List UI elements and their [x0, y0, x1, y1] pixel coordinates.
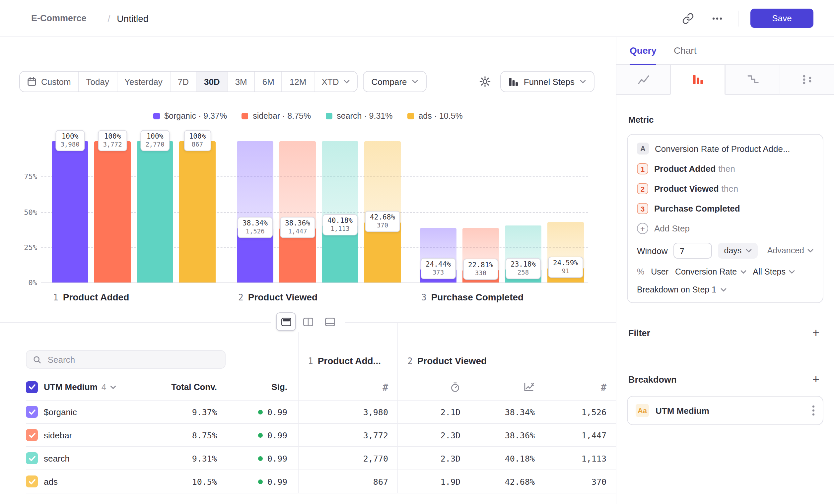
date-range-7d[interactable]: 7D — [170, 72, 196, 92]
layout-split-horizontal-button[interactable] — [276, 312, 296, 331]
chart-toolbar: CustomTodayYesterday7D30D3M6M12MXTD Comp… — [19, 71, 594, 92]
date-range-today[interactable]: Today — [78, 72, 116, 92]
search-icon — [33, 355, 41, 364]
add-step-row[interactable]: + Add Step — [637, 223, 813, 234]
row-step1-count: 3,772 — [298, 424, 397, 447]
tab-query[interactable]: Query — [630, 37, 657, 65]
legend-item-sidebar[interactable]: sidebar · 8.75% — [242, 111, 311, 121]
tab-funnels[interactable] — [670, 65, 725, 95]
share-link-icon[interactable] — [679, 9, 697, 27]
funnel-bar-organic-step1[interactable] — [52, 141, 88, 282]
date-range-30d[interactable]: 30D — [196, 72, 227, 92]
group-column-header[interactable]: UTM Medium 4 — [44, 374, 144, 400]
step2-count-column-icon-cell[interactable]: # — [535, 374, 616, 400]
step2-time-column-icon-cell[interactable] — [397, 374, 460, 400]
step2-title: Product Viewed — [417, 356, 487, 366]
chart-type-button[interactable]: Funnel Steps — [501, 71, 594, 92]
metric-section-label: Metric — [628, 115, 822, 125]
funnel-bar-search-step1[interactable] — [137, 141, 173, 282]
row-step1-count: 867 — [298, 470, 397, 494]
row-checkbox[interactable] — [26, 429, 38, 441]
conv-rate-icon — [524, 382, 535, 392]
kebab-menu-icon[interactable] — [812, 405, 815, 416]
more-options-icon[interactable] — [709, 9, 726, 27]
metric-step-1[interactable]: 1 Product Addedthen — [637, 163, 813, 175]
breakdown-label: Breakdown — [628, 374, 677, 384]
bar-value-label: 38.34%1,526 — [237, 217, 273, 238]
breakdown-on-step-dropdown[interactable]: Breakdown on Step 1 — [637, 285, 813, 294]
layout-split-vertical-button[interactable] — [298, 312, 318, 331]
insights-line-icon — [637, 74, 649, 85]
layout-bottom-panel-button[interactable] — [320, 312, 340, 331]
row-checkbox[interactable] — [26, 476, 38, 487]
date-range-6m[interactable]: 6M — [255, 72, 282, 92]
date-range-12m[interactable]: 12M — [282, 72, 314, 92]
row-step2-avg-time: 2.3D — [397, 424, 460, 447]
row-name-ads[interactable]: ads — [44, 470, 144, 494]
select-all-checkbox[interactable] — [26, 381, 38, 393]
legend-item-search[interactable]: search · 9.31% — [325, 111, 392, 121]
tab-retention[interactable] — [725, 65, 780, 95]
metric-title-row[interactable]: A Conversion Rate of Product Adde... — [637, 143, 813, 155]
date-range-yesterday[interactable]: Yesterday — [116, 72, 170, 92]
sidebar-tabs: Query Chart — [616, 37, 834, 65]
total-conv-header[interactable]: Total Conv. — [144, 374, 217, 400]
step2-rate-column-icon-cell[interactable] — [460, 374, 535, 400]
window-value-input[interactable] — [674, 243, 712, 259]
row-step2-conv-pct: 38.36% — [460, 424, 535, 447]
flows-dots-icon — [802, 74, 812, 85]
tab-insights[interactable] — [616, 65, 670, 95]
breakdown-section-header: Breakdown + — [616, 373, 834, 385]
row-name-sidebar[interactable]: sidebar — [44, 424, 144, 447]
breakdown-property-card[interactable]: Aa UTM Medium — [627, 396, 824, 425]
funnels-bars-icon — [692, 74, 703, 85]
significance-dot — [258, 410, 263, 414]
chart-legend: $organic · 9.37%sidebar · 8.75%search · … — [0, 111, 616, 121]
breadcrumb-separator: / — [108, 13, 110, 24]
date-range-xtd[interactable]: XTD — [314, 72, 357, 92]
step-number-badge: 1 — [637, 163, 648, 175]
funnel-bar-ads-step1[interactable] — [179, 141, 216, 282]
row-total-conv: 8.75% — [144, 424, 217, 447]
breadcrumb-project[interactable]: E-Commerce — [19, 13, 101, 23]
measure-type-dropdown[interactable]: Conversion Rate — [675, 267, 746, 277]
breadcrumb-report-title[interactable]: Untitled — [117, 13, 148, 24]
row-checkbox[interactable] — [26, 406, 38, 418]
metric-step-2[interactable]: 2 Product Viewedthen — [637, 183, 813, 194]
funnel-bar-sidebar-step1[interactable] — [94, 141, 131, 282]
bar-value-label: 24.59%91 — [548, 256, 584, 277]
advanced-dropdown[interactable]: Advanced — [767, 246, 813, 255]
group-count: 4 — [102, 382, 106, 392]
significance-dot — [258, 456, 263, 461]
measure-scope-dropdown[interactable]: All Steps — [753, 267, 795, 277]
legend-item-ads[interactable]: ads · 10.5% — [407, 111, 462, 121]
funnel-bars-icon — [509, 77, 519, 86]
add-breakdown-button[interactable]: + — [812, 373, 819, 385]
step2-number: 2 — [408, 356, 413, 366]
bar-value-label: 42.68%370 — [365, 211, 400, 232]
search-box[interactable] — [26, 350, 225, 369]
y-axis-tick: 25% — [0, 244, 37, 252]
row-step2-count: 1,447 — [535, 424, 616, 447]
tab-chart[interactable]: Chart — [674, 37, 696, 65]
step1-count-column-icon-cell[interactable]: # — [298, 374, 397, 400]
save-button[interactable]: Save — [750, 8, 813, 28]
settings-gear-icon[interactable] — [477, 73, 494, 90]
row-step2-conv-pct: 38.34% — [460, 400, 535, 424]
report-canvas: CustomTodayYesterday7D30D3M6M12MXTD Comp… — [0, 37, 616, 504]
row-name-search[interactable]: search — [44, 447, 144, 470]
sig-header[interactable]: Sig. — [217, 374, 287, 400]
legend-item-organic[interactable]: $organic · 9.37% — [153, 111, 227, 121]
metric-step-3[interactable]: 3 Purchase Completed — [637, 203, 813, 214]
add-filter-button[interactable]: + — [812, 327, 819, 339]
metric-card: A Conversion Rate of Product Adde... 1 P… — [627, 134, 824, 303]
date-range-3m[interactable]: 3M — [227, 72, 255, 92]
tab-flows[interactable] — [780, 65, 834, 95]
row-checkbox[interactable] — [26, 452, 38, 464]
measure-user[interactable]: User — [651, 267, 668, 277]
date-range-custom[interactable]: Custom — [20, 72, 78, 92]
search-input[interactable] — [46, 354, 218, 365]
row-name-organic[interactable]: $organic — [44, 400, 144, 424]
compare-button[interactable]: Compare — [363, 71, 427, 92]
window-unit-select[interactable]: days — [718, 243, 758, 259]
